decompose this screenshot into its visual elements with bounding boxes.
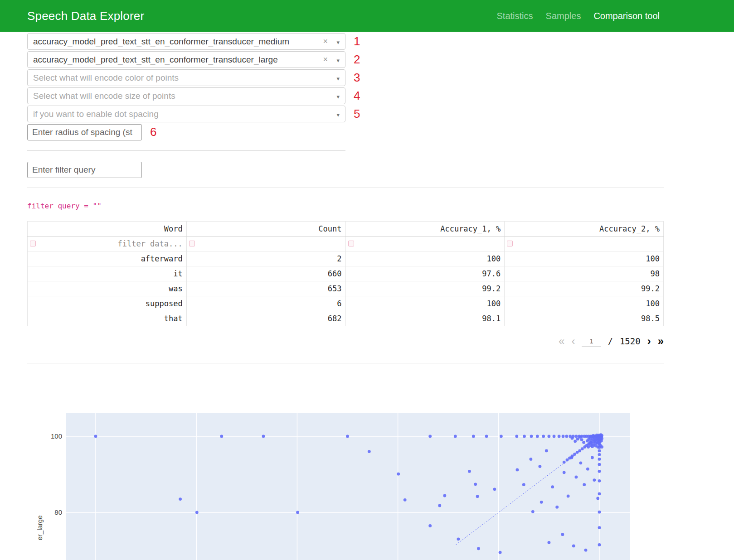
chevron-down-icon[interactable]: ▾ (336, 111, 340, 118)
table-cell: it (28, 266, 187, 281)
filter-query-input[interactable] (27, 162, 142, 178)
table-header-row: Word Count Accuracy_1, % Accuracy_2, % (28, 222, 664, 237)
dot-spacing-row: if you want to enable dot spacing ▾ 5 (27, 106, 734, 122)
table-cell: 99.2 (505, 281, 664, 296)
scatter-plot-svg[interactable]: 10080er_large (27, 413, 664, 560)
table-cell: afterward (28, 251, 187, 266)
model2-select-value: accuracy_model_pred_text_stt_en_conforme… (33, 55, 278, 65)
table-cell: 97.6 (345, 266, 505, 281)
model1-row: accuracy_model_pred_text_stt_en_conforme… (27, 33, 734, 50)
chevron-down-icon[interactable]: ▾ (336, 93, 340, 100)
filter-cell-accuracy-2[interactable] (505, 237, 664, 251)
divider (27, 150, 345, 151)
table-cell: 2 (186, 251, 345, 266)
divider (27, 374, 664, 374)
step-number-5: 5 (354, 106, 360, 122)
case-sensitivity-icon[interactable] (30, 241, 36, 246)
model1-select-value: accuracy_model_pred_text_stt_en_conforme… (33, 37, 289, 47)
first-page-button[interactable]: « (559, 336, 564, 347)
app-title: Speech Data Explorer (27, 9, 144, 23)
accuracy-scatter-chart[interactable]: 10080er_large (27, 413, 664, 560)
last-page-button[interactable]: » (658, 336, 664, 347)
model2-row: accuracy_model_pred_text_stt_en_conforme… (27, 51, 734, 68)
navbar: Speech Data Explorer Statistics Samples … (0, 0, 734, 32)
nav-statistics[interactable]: Statistics (497, 11, 533, 21)
col-count[interactable]: Count (186, 222, 345, 237)
table-cell: 98.5 (505, 311, 664, 326)
total-pages: 1520 (620, 336, 641, 346)
color-encode-select[interactable]: Select what will encode color of points … (27, 69, 345, 86)
table-cell: supposed (28, 296, 187, 311)
filter-query-row (27, 162, 734, 178)
table-cell: 682 (186, 311, 345, 326)
col-accuracy-2[interactable]: Accuracy_2, % (505, 222, 664, 237)
size-encode-placeholder: Select what will encode size of points (33, 91, 175, 101)
page-number-input[interactable] (582, 335, 601, 347)
table-pagination: « ‹ / 1520 › » (0, 332, 664, 350)
table-row: was65399.299.2 (28, 281, 664, 296)
step-number-2: 2 (354, 51, 360, 68)
table-cell: 6 (186, 296, 345, 311)
color-encode-placeholder: Select what will encode color of points (33, 73, 179, 83)
size-encode-row: Select what will encode size of points ▾… (27, 87, 734, 104)
filter-cell-word[interactable]: filter data... (28, 237, 187, 251)
word-accuracy-table: Word Count Accuracy_1, % Accuracy_2, % f… (27, 221, 664, 326)
step-number-4: 4 (354, 87, 360, 104)
case-sensitivity-icon[interactable] (348, 241, 354, 246)
table-filter-row: filter data... (28, 237, 664, 251)
color-encode-row: Select what will encode color of points … (27, 69, 734, 86)
model2-select[interactable]: accuracy_model_pred_text_stt_en_conforme… (27, 51, 345, 68)
dot-spacing-select[interactable]: if you want to enable dot spacing ▾ (27, 106, 345, 122)
next-page-button[interactable]: › (647, 336, 651, 347)
case-sensitivity-icon[interactable] (189, 241, 195, 246)
table-row: it66097.698 (28, 266, 664, 281)
filter-placeholder: filter data... (117, 239, 182, 248)
clear-icon[interactable]: × (323, 55, 328, 64)
svg-text:100: 100 (51, 432, 62, 440)
svg-text:80: 80 (54, 508, 62, 516)
chevron-down-icon[interactable]: ▾ (336, 39, 340, 46)
table-cell: 98.1 (345, 311, 505, 326)
table-cell: 653 (186, 281, 345, 296)
nav-samples[interactable]: Samples (546, 11, 581, 21)
step-number-3: 3 (354, 69, 360, 86)
table-cell: that (28, 311, 187, 326)
svg-text:er_large: er_large (36, 515, 44, 540)
table-cell: 99.2 (345, 281, 505, 296)
radius-input[interactable] (27, 124, 142, 140)
dot-spacing-placeholder: if you want to enable dot spacing (33, 109, 159, 119)
previous-page-button[interactable]: ‹ (571, 336, 575, 347)
nav-links: Statistics Samples Comparison tool (497, 11, 660, 21)
table-cell: was (28, 281, 187, 296)
table-cell: 100 (505, 296, 664, 311)
case-sensitivity-icon[interactable] (507, 241, 513, 246)
radius-row: 6 (27, 124, 734, 140)
table-cell: 98 (505, 266, 664, 281)
page-separator: / (608, 336, 612, 346)
model1-select[interactable]: accuracy_model_pred_text_stt_en_conforme… (27, 33, 345, 50)
size-encode-select[interactable]: Select what will encode size of points ▾ (27, 87, 345, 104)
filter-query-echo: filter_query = "" (27, 202, 734, 210)
table-cell: 100 (505, 251, 664, 266)
table-row: that68298.198.5 (28, 311, 664, 326)
divider (27, 188, 664, 188)
chevron-down-icon[interactable]: ▾ (336, 57, 340, 64)
table-cell: 660 (186, 266, 345, 281)
filter-cell-count[interactable] (186, 237, 345, 251)
filter-cell-accuracy-1[interactable] (345, 237, 505, 251)
step-number-1: 1 (354, 33, 360, 50)
table-row: supposed6100100 (28, 296, 664, 311)
col-word[interactable]: Word (28, 222, 187, 237)
nav-comparison-tool[interactable]: Comparison tool (593, 11, 660, 21)
comparison-controls: accuracy_model_pred_text_stt_en_conforme… (0, 32, 734, 140)
table-row: afterward2100100 (28, 251, 664, 266)
chevron-down-icon[interactable]: ▾ (336, 75, 340, 82)
table-cell: 100 (345, 296, 505, 311)
col-accuracy-1[interactable]: Accuracy_1, % (345, 222, 505, 237)
divider (27, 363, 664, 363)
step-number-6: 6 (150, 124, 156, 140)
table-cell: 100 (345, 251, 505, 266)
clear-icon[interactable]: × (323, 37, 328, 46)
